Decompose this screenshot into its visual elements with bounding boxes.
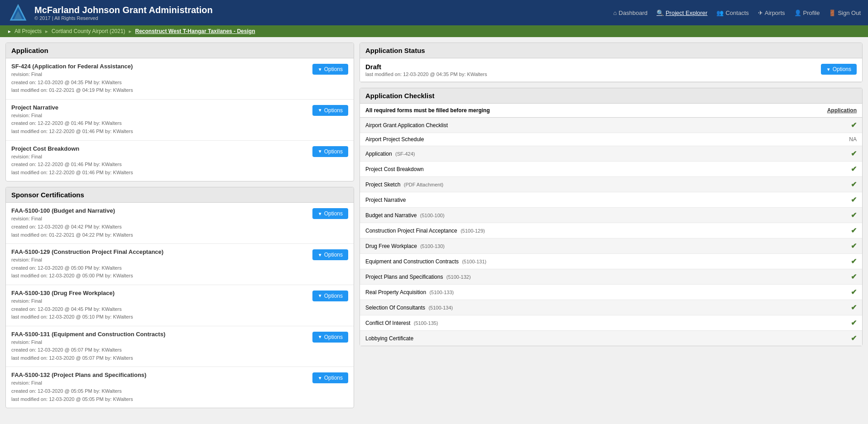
form-options-label: Options [324, 148, 343, 155]
checklist-col-header: Application [827, 107, 857, 114]
checklist-item-label: Real Property Acquisition (5100-133) [365, 289, 454, 295]
checklist-item-label: Budget and Narrative (5100-100) [365, 212, 445, 219]
check-icon: ✔ [851, 226, 857, 235]
status-card-title: Application Status [365, 47, 425, 54]
checklist-row: Drug Free Workplace (5100-130) ✔ [360, 238, 862, 254]
form-item-title: FAA-5100-129 (Construction Project Final… [11, 248, 307, 255]
status-card-body: Draft last modified on: 12-03-2020 @ 04:… [360, 58, 862, 82]
checklist-row: Real Property Acquisition (5100-133) ✔ [360, 285, 862, 300]
form-options-label: Options [324, 334, 343, 340]
nav-project-explorer[interactable]: 🔍 Project Explorer [657, 10, 707, 16]
form-options-label: Options [324, 252, 343, 258]
search-icon: 🔍 [657, 10, 664, 16]
form-options-button[interactable]: ▼ Options [312, 372, 348, 383]
checklist-item-name: Budget and Narrative [365, 212, 417, 219]
checklist-item-label: Project Plans and Specifications (5100-1… [365, 274, 471, 280]
checklist-item-name: Project Sketch [365, 181, 400, 188]
checklist-item-label: Construction Project Final Acceptance (5… [365, 228, 485, 234]
status-row: Draft last modified on: 12-03-2020 @ 04:… [360, 58, 862, 82]
checklist-item-name: Project Cost Breakdown [365, 166, 424, 172]
form-item-info: FAA-5100-131 (Equipment and Construction… [11, 331, 307, 362]
form-item-info: FAA-5100-129 (Construction Project Final… [11, 248, 307, 280]
checklist-item-sub: (SF-424) [395, 151, 415, 157]
form-item-title: FAA-5100-100 (Budget and Narrative) [11, 207, 307, 214]
checklist-item-name: Project Narrative [365, 197, 406, 203]
checklist-item-name: Project Plans and Specifications [365, 274, 443, 280]
check-icon: ✔ [851, 288, 857, 296]
check-icon: ✔ [851, 211, 857, 219]
caret-icon: ▼ [318, 252, 322, 257]
form-options-button[interactable]: ▼ Options [312, 105, 348, 116]
breadcrumb: ► All Projects ► Cortland County Airport… [0, 25, 868, 37]
app-logo [7, 2, 29, 24]
application-title: Application [11, 47, 48, 54]
breadcrumb-all-projects[interactable]: All Projects [14, 28, 42, 34]
nav-profile[interactable]: 👤 Profile [794, 10, 820, 16]
right-panel: Application Status Draft last modified o… [360, 43, 863, 346]
checklist-row: Project Sketch (PDF Attachment) ✔ [360, 177, 862, 192]
breadcrumb-airport[interactable]: Cortland County Airport (2021) [52, 28, 125, 34]
form-options-button[interactable]: ▼ Options [312, 64, 348, 75]
caret-icon: ▼ [318, 293, 322, 298]
form-options-button[interactable]: ▼ Options [312, 332, 348, 343]
checklist-items-container: Airport Grant Application Checklist ✔ Ai… [360, 118, 862, 346]
form-item-info: FAA-5100-130 (Drug Free Workplace) revis… [11, 290, 307, 321]
form-item-meta: revision: Final created on: 12-22-2020 @… [11, 112, 307, 136]
form-options-button[interactable]: ▼ Options [312, 291, 348, 301]
nav-sign-out[interactable]: 🚪 Sign Out [829, 10, 861, 16]
checklist-row: Airport Project Schedule NA [360, 133, 862, 146]
form-options-button[interactable]: ▼ Options [312, 249, 348, 260]
form-item: FAA-5100-132 (Project Plans and Specific… [6, 367, 354, 408]
check-icon: ✔ [851, 257, 857, 266]
checklist-header-row: All required forms must be filled before… [360, 104, 862, 118]
form-options-button[interactable]: ▼ Options [312, 146, 348, 157]
checklist-item-label: Drug Free Workplace (5100-130) [365, 243, 445, 249]
checklist-item-name: Equipment and Construction Contracts [365, 258, 459, 265]
checklist-item-label: Equipment and Construction Contracts (51… [365, 258, 486, 265]
check-icon: ✔ [851, 180, 857, 189]
checklist-item-name: Selection Of Consultants [365, 305, 425, 311]
checklist-item-name: Lobbying Certificate [365, 335, 413, 342]
breadcrumb-sep-1: ► [44, 29, 49, 34]
checklist-row: Selection Of Consultants (5100-134) ✔ [360, 300, 862, 315]
checklist-item-name: Airport Project Schedule [365, 136, 424, 143]
checklist-row: Airport Grant Application Checklist ✔ [360, 118, 862, 133]
checklist-item-name: Drug Free Workplace [365, 243, 417, 249]
application-card: Application SF-424 (Application for Fede… [5, 43, 354, 181]
check-icon: ✔ [851, 195, 857, 204]
caret-icon: ▼ [318, 67, 322, 72]
checklist-intro: All required forms must be filled before… [365, 107, 490, 114]
breadcrumb-current[interactable]: Reconstruct West T-Hangar Taxilanes - De… [135, 28, 255, 34]
form-item-info: Project Narrative revision: Final create… [11, 104, 307, 136]
checklist-item-sub: (5100-131) [462, 259, 486, 264]
status-meta: last modified on: 12-03-2020 @ 04:35 PM … [365, 71, 487, 77]
form-item-title: FAA-5100-132 (Project Plans and Specific… [11, 372, 307, 378]
form-item-title: FAA-5100-130 (Drug Free Workplace) [11, 290, 307, 296]
status-options-button[interactable]: ▼ Options [821, 64, 857, 75]
checklist-row: Project Plans and Specifications (5100-1… [360, 269, 862, 285]
nav-airports[interactable]: ✈ Airports [758, 10, 785, 16]
caret-icon: ▼ [318, 211, 322, 216]
breadcrumb-sep-2: ► [128, 29, 133, 34]
checklist-item-sub: (5100-100) [420, 213, 445, 218]
status-options-label: Options [833, 66, 851, 72]
checklist-item-label: Lobbying Certificate [365, 335, 413, 342]
form-item: FAA-5100-131 (Equipment and Construction… [6, 326, 354, 367]
nav-dashboard[interactable]: ⌂ Dashboard [613, 10, 647, 16]
form-options-button[interactable]: ▼ Options [312, 208, 348, 219]
header-nav: ⌂ Dashboard 🔍 Project Explorer 👥 Contact… [613, 10, 861, 16]
checklist-row: Application (SF-424) ✔ [360, 146, 862, 162]
na-text: NA [849, 136, 857, 143]
checklist-row: Project Cost Breakdown ✔ [360, 162, 862, 177]
checklist-item-label: Airport Project Schedule [365, 136, 424, 143]
form-options-label: Options [324, 210, 343, 217]
check-icon: ✔ [851, 272, 857, 281]
form-item-info: FAA-5100-132 (Project Plans and Specific… [11, 372, 307, 403]
airports-icon: ✈ [758, 10, 763, 16]
form-item: FAA-5100-100 (Budget and Narrative) revi… [6, 203, 354, 244]
status-card-header: Application Status [360, 43, 862, 58]
check-icon: ✔ [851, 121, 857, 129]
nav-contacts[interactable]: 👥 Contacts [716, 10, 748, 16]
check-icon: ✔ [851, 149, 857, 158]
checklist-card-body: All required forms must be filled before… [360, 104, 862, 346]
